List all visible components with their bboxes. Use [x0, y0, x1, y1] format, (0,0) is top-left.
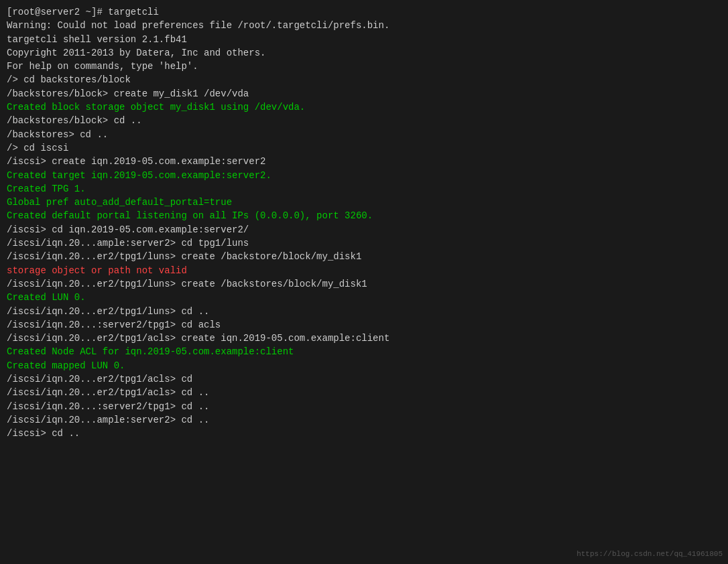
terminal-line: /iscsi> cd iqn.2019-05.com.example:serve… — [7, 223, 721, 236]
terminal-line: /iscsi/iqn.20...er2/tpg1/acls> cd .. — [7, 386, 721, 399]
terminal-line: Global pref auto_add_default_portal=true — [7, 196, 721, 209]
watermark: https://blog.csdn.net/qq_41961805 — [577, 549, 723, 560]
terminal-line: /iscsi> cd .. — [7, 427, 721, 440]
terminal-line: Created Node ACL for iqn.2019-05.com.exa… — [7, 345, 721, 358]
terminal-line: /iscsi> create iqn.2019-05.com.example:s… — [7, 155, 721, 168]
terminal-line: /> cd iscsi — [7, 141, 721, 155]
terminal-line: targetcli shell version 2.1.fb41 — [7, 33, 721, 46]
terminal-line: /> cd backstores/block — [7, 73, 721, 86]
terminal-line: /iscsi/iqn.20...er2/tpg1/luns> create /b… — [7, 250, 721, 263]
terminal-line: Copyright 2011-2013 by Datera, Inc and o… — [7, 46, 721, 60]
terminal-line: Created block storage object my_disk1 us… — [7, 100, 721, 114]
terminal-line: /backstores/block> create my_disk1 /dev/… — [7, 87, 721, 100]
terminal-line: [root@server2 ~]# targetcli — [7, 5, 721, 19]
terminal-line: /iscsi/iqn.20...er2/tpg1/acls> cd — [7, 372, 721, 386]
terminal-line: /iscsi/iqn.20...er2/tpg1/luns> cd .. — [7, 305, 721, 318]
terminal-line: For help on commands, type 'help'. — [7, 60, 721, 73]
terminal-window: [root@server2 ~]# targetcliWarning: Coul… — [7, 5, 721, 441]
terminal-line: /iscsi/iqn.20...:server2/tpg1> cd .. — [7, 400, 721, 413]
terminal-line: /backstores/block> cd .. — [7, 114, 721, 127]
terminal-line: Warning: Could not load preferences file… — [7, 19, 721, 32]
terminal-line: Created LUN 0. — [7, 291, 721, 304]
terminal-line: /iscsi/iqn.20...ample:server2> cd tpg1/l… — [7, 236, 721, 250]
terminal-line: /iscsi/iqn.20...:server2/tpg1> cd acls — [7, 318, 721, 332]
terminal-line: /iscsi/iqn.20...er2/tpg1/acls> create iq… — [7, 332, 721, 345]
terminal-line: /iscsi/iqn.20...ample:server2> cd .. — [7, 413, 721, 427]
terminal-line: Created target iqn.2019-05.com.example:s… — [7, 169, 721, 182]
terminal-line: /backstores> cd .. — [7, 128, 721, 141]
terminal-line: Created mapped LUN 0. — [7, 359, 721, 372]
terminal-line: /iscsi/iqn.20...er2/tpg1/luns> create /b… — [7, 277, 721, 291]
terminal-line: Created default portal listening on all … — [7, 209, 721, 222]
terminal-line: storage object or path not valid — [7, 264, 721, 277]
terminal-line: Created TPG 1. — [7, 182, 721, 196]
